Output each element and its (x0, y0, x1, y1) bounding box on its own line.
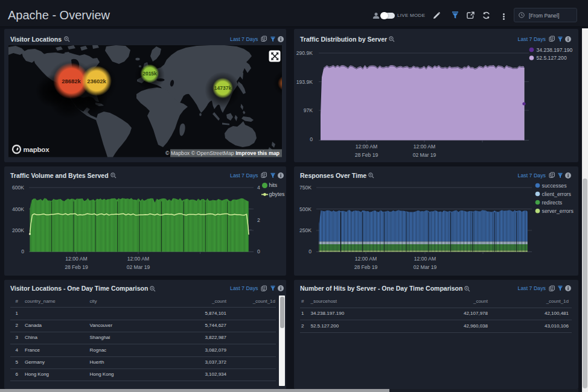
svg-text:2015k: 2015k (142, 71, 157, 77)
svg-text:© Mapbox © OpenStreetMap Impro: © Mapbox © OpenStreetMap Improve this ma… (165, 150, 280, 156)
svg-text:14737k: 14737k (214, 85, 232, 91)
svg-text:28682k: 28682k (62, 78, 81, 84)
svg-text:mapbox: mapbox (24, 146, 50, 153)
svg-text:23602k: 23602k (87, 78, 106, 84)
